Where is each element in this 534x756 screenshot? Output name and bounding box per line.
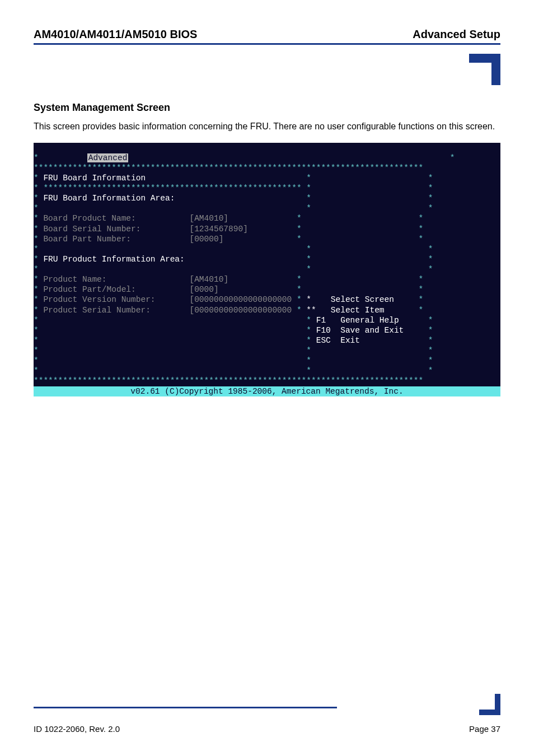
- board-serial-label: Board Serial Number:: [43, 225, 140, 234]
- board-serial-value: [1234567890]: [189, 225, 247, 234]
- help-select-screen: Select Screen: [331, 295, 394, 304]
- product-version-label: Product Version Number:: [43, 295, 155, 304]
- product-serial-label: Product Serial Number:: [43, 306, 150, 315]
- help-key-f1: F1: [316, 316, 326, 325]
- corner-graphic-bottom: [34, 694, 500, 715]
- header-right: Advanced Setup: [413, 28, 500, 41]
- help-key-f10: F10: [316, 326, 331, 335]
- product-part-model-value: [0000]: [189, 285, 218, 294]
- product-version-value: [00000000000000000000: [189, 295, 292, 304]
- help-key-select-item: **: [306, 306, 316, 315]
- bios-border-bottom: ****************************************…: [34, 376, 423, 385]
- page-footer: ID 1022-2060, Rev. 2.0 Page 37: [34, 724, 500, 734]
- product-name-label: Product Name:: [43, 275, 106, 284]
- section-heading: System Management Screen: [34, 102, 500, 114]
- bios-footer: v02.61 (C)Copyright 1985-2006, American …: [34, 386, 500, 396]
- product-area-label: FRU Product Information Area:: [43, 255, 184, 264]
- board-product-name-label: Board Product Name:: [43, 214, 135, 223]
- corner-graphic-top: [34, 54, 500, 85]
- help-f1: General Help: [340, 316, 399, 325]
- bios-sub-border: ****************************************…: [43, 184, 301, 193]
- corner-icon-bottom: [479, 694, 500, 715]
- footer-right: Page 37: [469, 724, 500, 734]
- page-header: AM4010/AM4011/AM5010 BIOS Advanced Setup: [34, 28, 500, 41]
- board-part-label: Board Part Number:: [43, 235, 131, 244]
- corner-icon: [469, 54, 500, 85]
- help-key-esc: ESC: [316, 336, 331, 345]
- header-rule: [34, 43, 500, 45]
- bios-title: FRU Board Information: [43, 174, 146, 183]
- bios-screen: * Advanced * ***************************…: [34, 143, 500, 396]
- footer-left: ID 1022-2060, Rev. 2.0: [34, 724, 120, 734]
- board-part-value: [00000]: [189, 235, 223, 244]
- product-serial-value: [00000000000000000000: [189, 306, 292, 315]
- section-body: This screen provides basic information c…: [34, 120, 500, 133]
- help-select-item: Select Item: [331, 306, 385, 315]
- help-f10: Save and Exit: [340, 326, 404, 335]
- product-part-model-label: Product Part/Model:: [43, 285, 135, 294]
- product-name-value: [AM4010]: [189, 275, 228, 284]
- bios-footer-text: v02.61 (C)Copyright 1985-2006, American …: [130, 387, 403, 396]
- help-esc: Exit: [340, 336, 360, 345]
- bios-border: ****************************************…: [34, 164, 423, 172]
- board-area-label: FRU Board Information Area:: [43, 194, 175, 203]
- help-key-select-screen: *: [306, 295, 311, 304]
- board-product-name-value: [AM4010]: [189, 214, 228, 223]
- header-left: AM4010/AM4011/AM5010 BIOS: [34, 28, 197, 41]
- bios-tab-advanced: Advanced: [87, 153, 129, 162]
